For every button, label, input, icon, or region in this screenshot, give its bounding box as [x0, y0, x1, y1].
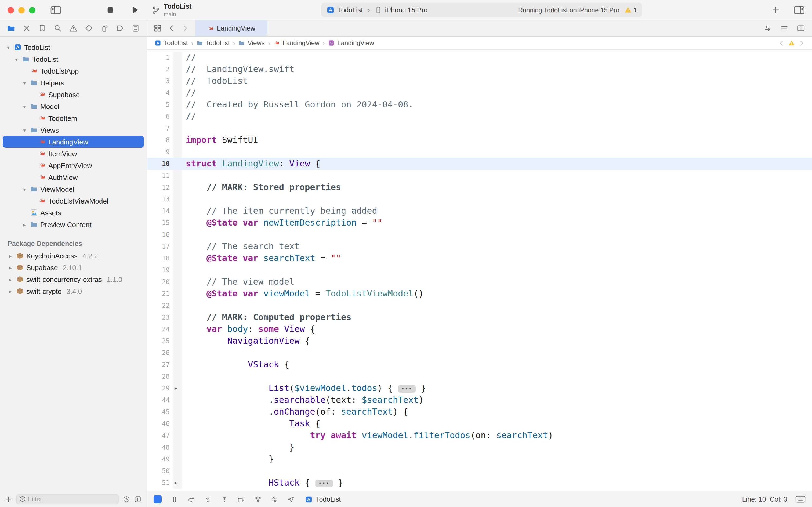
- line-number[interactable]: 15: [147, 217, 172, 229]
- related-items-button[interactable]: [154, 24, 162, 32]
- disclosure-triangle[interactable]: ▸: [7, 276, 13, 282]
- tree-item-swift-concurrency-extras[interactable]: ▸swift-concurrency-extras1.1.0: [3, 273, 144, 285]
- tree-item-helpers[interactable]: ▾Helpers: [3, 77, 144, 89]
- code-line-14[interactable]: 14 // The item currently being added: [147, 205, 812, 217]
- source-control-navigator-tab[interactable]: [22, 24, 31, 32]
- add-item-button[interactable]: [5, 496, 12, 502]
- code-line-29[interactable]: 29 List($viewModel.todos) { ••• }: [147, 382, 812, 394]
- code-line-27[interactable]: 27 VStack {: [147, 359, 812, 371]
- toggle-navigator-icon[interactable]: [51, 6, 61, 14]
- line-number[interactable]: 21: [147, 288, 172, 300]
- line-number[interactable]: 29: [147, 382, 172, 394]
- code-line-3[interactable]: 3// TodoList: [147, 75, 812, 87]
- run-button[interactable]: [130, 6, 138, 14]
- code-line-24[interactable]: 24 var body: some View {: [147, 323, 812, 335]
- tree-item-todolist[interactable]: ▾TodoList: [3, 41, 144, 53]
- code-line-22[interactable]: 22: [147, 300, 812, 312]
- code-line-47[interactable]: 47 try await viewModel.filterTodos(on: s…: [147, 430, 812, 442]
- code-line-23[interactable]: 23 // MARK: Computed properties: [147, 312, 812, 323]
- breadcrumb-item-landingview-4[interactable]: SLandingView: [328, 39, 374, 47]
- next-issue-button[interactable]: [799, 40, 805, 46]
- go-forward-button[interactable]: [181, 25, 188, 32]
- tab-landingview[interactable]: LandingView: [195, 20, 268, 36]
- simulate-location-button[interactable]: [287, 496, 295, 503]
- breadcrumb-item-landingview-3[interactable]: LandingView: [273, 39, 319, 47]
- line-number[interactable]: 2: [147, 63, 172, 75]
- disclosure-triangle[interactable]: ▾: [21, 103, 27, 109]
- code-line-28[interactable]: 28: [147, 371, 812, 382]
- activity-view[interactable]: TodoList › iPhone 15 Pro Running TodoLis…: [321, 3, 642, 17]
- tree-item-assets[interactable]: Assets: [3, 207, 144, 219]
- code-line-21[interactable]: 21 @State var viewModel = TodoListViewMo…: [147, 288, 812, 300]
- line-number[interactable]: 44: [147, 394, 172, 406]
- code-line-9[interactable]: 9: [147, 146, 812, 158]
- disclosure-triangle[interactable]: ▾: [21, 186, 27, 192]
- minimize-window-button[interactable]: [18, 7, 25, 13]
- debug-navigator-tab[interactable]: [101, 24, 109, 32]
- toggle-inspectors-button[interactable]: [794, 6, 805, 14]
- code-line-45[interactable]: 45 .onChange(of: searchText) {: [147, 406, 812, 418]
- tree-item-keychainaccess[interactable]: ▸KeychainAccess4.2.2: [3, 250, 144, 262]
- line-number[interactable]: 6: [147, 111, 172, 122]
- tree-item-views[interactable]: ▾Views: [3, 124, 144, 136]
- memory-graph-button[interactable]: [254, 496, 262, 503]
- add-filter-button[interactable]: [134, 496, 141, 502]
- jump-bar-warning-icon[interactable]: [789, 40, 795, 46]
- code-line-1[interactable]: 1//: [147, 52, 812, 63]
- code-line-44[interactable]: 44 .searchable(text: $searchText): [147, 394, 812, 406]
- line-number[interactable]: 23: [147, 312, 172, 323]
- code-line-25[interactable]: 25 NavigationView {: [147, 335, 812, 347]
- line-number[interactable]: 19: [147, 264, 172, 276]
- tree-item-todoitem[interactable]: TodoItem: [3, 112, 144, 124]
- tree-item-todolist[interactable]: ▾TodoList: [3, 53, 144, 65]
- scheme-selector[interactable]: TodoList › iPhone 15 Pro: [327, 6, 427, 14]
- line-number[interactable]: 1: [147, 52, 172, 63]
- line-number[interactable]: 3: [147, 75, 172, 87]
- code-review-button[interactable]: [764, 24, 772, 32]
- reports-navigator-tab[interactable]: [131, 24, 139, 32]
- tree-item-supabase[interactable]: Supabase: [3, 89, 144, 101]
- code-line-7[interactable]: 7: [147, 122, 812, 134]
- code-line-48[interactable]: 48 }: [147, 442, 812, 453]
- line-number[interactable]: 12: [147, 181, 172, 193]
- disclosure-triangle[interactable]: ▾: [5, 44, 11, 50]
- environment-overrides-button[interactable]: [271, 496, 278, 503]
- issues-navigator-tab[interactable]: [69, 24, 77, 32]
- breakpoints-navigator-tab[interactable]: [116, 24, 124, 32]
- line-number[interactable]: 47: [147, 430, 172, 442]
- filter-field[interactable]: [16, 494, 119, 504]
- line-number[interactable]: 9: [147, 146, 172, 158]
- tree-item-landingview[interactable]: LandingView: [3, 136, 144, 148]
- line-number[interactable]: 20: [147, 276, 172, 288]
- line-number[interactable]: 4: [147, 87, 172, 99]
- keyboard-icon[interactable]: [795, 495, 806, 503]
- line-number[interactable]: 50: [147, 465, 172, 477]
- tree-item-supabase[interactable]: ▸Supabase2.10.1: [3, 262, 144, 273]
- line-number[interactable]: 18: [147, 252, 172, 264]
- code-line-46[interactable]: 46 Task {: [147, 418, 812, 430]
- folded-code-chip[interactable]: •••: [315, 480, 333, 487]
- tests-navigator-tab[interactable]: [85, 24, 93, 32]
- zoom-window-button[interactable]: [29, 7, 36, 13]
- code-line-2[interactable]: 2// LandingView.swift: [147, 63, 812, 75]
- disclosure-triangle[interactable]: ▾: [13, 56, 19, 62]
- code-line-5[interactable]: 5// Created by Russell Gordon on 2024-04…: [147, 99, 812, 111]
- line-number[interactable]: 28: [147, 371, 172, 382]
- disclosure-triangle[interactable]: ▾: [21, 80, 27, 86]
- tree-item-preview-content[interactable]: ▸Preview Content: [3, 219, 144, 230]
- step-out-button[interactable]: [221, 496, 228, 503]
- disclosure-triangle[interactable]: ▸: [7, 288, 13, 294]
- tree-item-itemview[interactable]: ItemView: [3, 148, 144, 160]
- line-number[interactable]: 10: [147, 158, 172, 170]
- tree-item-viewmodel[interactable]: ▾ViewModel: [3, 183, 144, 195]
- tree-item-authview[interactable]: AuthView: [3, 171, 144, 183]
- tree-item-todolistviewmodel[interactable]: TodoListViewModel: [3, 195, 144, 207]
- code-line-51[interactable]: 51 HStack { ••• }: [147, 477, 812, 489]
- disclosure-triangle[interactable]: ▸: [21, 222, 27, 227]
- code-line-26[interactable]: 26: [147, 347, 812, 359]
- find-navigator-tab[interactable]: [54, 24, 62, 32]
- scheme-name[interactable]: TodoList: [338, 6, 363, 14]
- editor-options-button[interactable]: [780, 24, 789, 32]
- recent-files-filter-button[interactable]: [123, 496, 130, 502]
- line-number[interactable]: 8: [147, 134, 172, 146]
